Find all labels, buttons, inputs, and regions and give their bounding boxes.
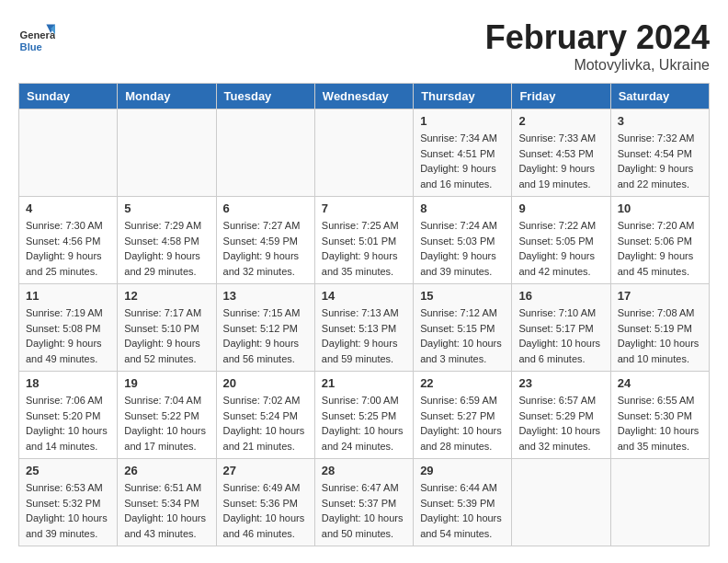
day-number: 20 bbox=[223, 376, 308, 390]
day-number: 4 bbox=[26, 201, 110, 215]
day-info: Sunrise: 6:59 AMSunset: 5:27 PMDaylight:… bbox=[420, 393, 505, 454]
logo: General Blue bbox=[18, 18, 57, 55]
calendar-header: SundayMondayTuesdayWednesdayThursdayFrid… bbox=[19, 84, 710, 109]
day-info: Sunrise: 7:27 AMSunset: 4:59 PMDaylight:… bbox=[223, 218, 308, 279]
calendar-cell: 14Sunrise: 7:13 AMSunset: 5:13 PMDayligh… bbox=[314, 284, 413, 372]
calendar-cell: 29Sunrise: 6:44 AMSunset: 5:39 PMDayligh… bbox=[414, 459, 512, 546]
header-row: SundayMondayTuesdayWednesdayThursdayFrid… bbox=[19, 84, 710, 109]
calendar-cell: 10Sunrise: 7:20 AMSunset: 5:06 PMDayligh… bbox=[610, 197, 709, 284]
week-row-3: 11Sunrise: 7:19 AMSunset: 5:08 PMDayligh… bbox=[19, 284, 710, 372]
calendar-cell: 5Sunrise: 7:29 AMSunset: 4:58 PMDaylight… bbox=[118, 197, 216, 284]
svg-text:Blue: Blue bbox=[20, 41, 42, 52]
day-number: 14 bbox=[322, 289, 406, 303]
calendar-cell: 25Sunrise: 6:53 AMSunset: 5:32 PMDayligh… bbox=[19, 459, 118, 546]
day-info: Sunrise: 7:20 AMSunset: 5:06 PMDaylight:… bbox=[618, 218, 702, 279]
day-number: 27 bbox=[223, 464, 308, 477]
svg-text:General: General bbox=[20, 29, 55, 40]
calendar-cell: 15Sunrise: 7:12 AMSunset: 5:15 PMDayligh… bbox=[414, 284, 512, 372]
calendar-cell bbox=[610, 459, 709, 546]
day-info: Sunrise: 7:06 AMSunset: 5:20 PMDaylight:… bbox=[26, 393, 110, 454]
day-info: Sunrise: 7:29 AMSunset: 4:58 PMDaylight:… bbox=[124, 218, 209, 279]
day-number: 11 bbox=[26, 289, 110, 303]
calendar-cell: 19Sunrise: 7:04 AMSunset: 5:22 PMDayligh… bbox=[118, 372, 216, 459]
weekday-header-tuesday: Tuesday bbox=[216, 84, 314, 109]
calendar-cell: 3Sunrise: 7:32 AMSunset: 4:54 PMDaylight… bbox=[610, 109, 709, 197]
day-number: 10 bbox=[618, 201, 702, 215]
day-info: Sunrise: 6:49 AMSunset: 5:36 PMDaylight:… bbox=[223, 480, 308, 541]
calendar-cell: 26Sunrise: 6:51 AMSunset: 5:34 PMDayligh… bbox=[118, 459, 216, 546]
day-number: 1 bbox=[420, 114, 505, 128]
calendar-cell: 24Sunrise: 6:55 AMSunset: 5:30 PMDayligh… bbox=[610, 372, 709, 459]
week-row-2: 4Sunrise: 7:30 AMSunset: 4:56 PMDaylight… bbox=[19, 197, 710, 284]
week-row-4: 18Sunrise: 7:06 AMSunset: 5:20 PMDayligh… bbox=[19, 372, 710, 459]
day-number: 18 bbox=[26, 376, 110, 390]
calendar-table: SundayMondayTuesdayWednesdayThursdayFrid… bbox=[18, 83, 710, 546]
day-info: Sunrise: 6:53 AMSunset: 5:32 PMDaylight:… bbox=[26, 480, 110, 541]
day-info: Sunrise: 7:00 AMSunset: 5:25 PMDaylight:… bbox=[322, 393, 406, 454]
calendar-cell: 6Sunrise: 7:27 AMSunset: 4:59 PMDaylight… bbox=[216, 197, 314, 284]
day-number: 21 bbox=[322, 376, 406, 390]
day-number: 6 bbox=[223, 201, 308, 215]
day-info: Sunrise: 7:15 AMSunset: 5:12 PMDaylight:… bbox=[223, 305, 308, 366]
day-number: 25 bbox=[26, 464, 110, 477]
calendar-cell: 2Sunrise: 7:33 AMSunset: 4:53 PMDaylight… bbox=[512, 109, 610, 197]
day-number: 3 bbox=[618, 114, 702, 128]
calendar-cell: 20Sunrise: 7:02 AMSunset: 5:24 PMDayligh… bbox=[216, 372, 314, 459]
day-number: 12 bbox=[124, 289, 209, 303]
day-number: 28 bbox=[322, 464, 406, 477]
day-info: Sunrise: 7:02 AMSunset: 5:24 PMDaylight:… bbox=[223, 393, 308, 454]
day-number: 19 bbox=[124, 376, 209, 390]
calendar-cell: 7Sunrise: 7:25 AMSunset: 5:01 PMDaylight… bbox=[314, 197, 413, 284]
day-number: 15 bbox=[420, 289, 505, 303]
day-info: Sunrise: 7:33 AMSunset: 4:53 PMDaylight:… bbox=[518, 131, 603, 191]
calendar-body: 1Sunrise: 7:34 AMSunset: 4:51 PMDaylight… bbox=[19, 109, 710, 546]
calendar-cell bbox=[512, 459, 610, 546]
day-number: 9 bbox=[518, 201, 603, 215]
day-info: Sunrise: 7:24 AMSunset: 5:03 PMDaylight:… bbox=[420, 218, 505, 279]
day-info: Sunrise: 7:22 AMSunset: 5:05 PMDaylight:… bbox=[518, 218, 603, 279]
calendar-cell bbox=[118, 109, 216, 197]
calendar-cell bbox=[19, 109, 118, 197]
weekday-header-monday: Monday bbox=[118, 84, 216, 109]
calendar-cell: 21Sunrise: 7:00 AMSunset: 5:25 PMDayligh… bbox=[314, 372, 413, 459]
day-info: Sunrise: 7:32 AMSunset: 4:54 PMDaylight:… bbox=[618, 131, 702, 191]
calendar-cell: 23Sunrise: 6:57 AMSunset: 5:29 PMDayligh… bbox=[512, 372, 610, 459]
day-number: 23 bbox=[518, 376, 603, 390]
calendar-cell: 12Sunrise: 7:17 AMSunset: 5:10 PMDayligh… bbox=[118, 284, 216, 372]
calendar-cell: 8Sunrise: 7:24 AMSunset: 5:03 PMDaylight… bbox=[414, 197, 512, 284]
month-year: February 2024 bbox=[485, 18, 710, 57]
weekday-header-friday: Friday bbox=[512, 84, 610, 109]
calendar-cell: 4Sunrise: 7:30 AMSunset: 4:56 PMDaylight… bbox=[19, 197, 118, 284]
day-info: Sunrise: 7:04 AMSunset: 5:22 PMDaylight:… bbox=[124, 393, 209, 454]
day-info: Sunrise: 6:44 AMSunset: 5:39 PMDaylight:… bbox=[420, 480, 505, 541]
day-info: Sunrise: 7:30 AMSunset: 4:56 PMDaylight:… bbox=[26, 218, 110, 279]
day-number: 8 bbox=[420, 201, 505, 215]
day-info: Sunrise: 7:25 AMSunset: 5:01 PMDaylight:… bbox=[322, 218, 406, 279]
day-number: 26 bbox=[124, 464, 209, 477]
day-number: 22 bbox=[420, 376, 505, 390]
calendar-cell: 18Sunrise: 7:06 AMSunset: 5:20 PMDayligh… bbox=[19, 372, 118, 459]
day-number: 13 bbox=[223, 289, 308, 303]
day-info: Sunrise: 7:19 AMSunset: 5:08 PMDaylight:… bbox=[26, 305, 110, 366]
calendar-cell bbox=[216, 109, 314, 197]
weekday-header-saturday: Saturday bbox=[610, 84, 709, 109]
day-number: 7 bbox=[322, 201, 406, 215]
day-info: Sunrise: 6:57 AMSunset: 5:29 PMDaylight:… bbox=[518, 393, 603, 454]
weekday-header-sunday: Sunday bbox=[19, 84, 118, 109]
calendar-cell: 16Sunrise: 7:10 AMSunset: 5:17 PMDayligh… bbox=[512, 284, 610, 372]
day-info: Sunrise: 6:55 AMSunset: 5:30 PMDaylight:… bbox=[618, 393, 702, 454]
weekday-header-thursday: Thursday bbox=[414, 84, 512, 109]
weekday-header-wednesday: Wednesday bbox=[314, 84, 413, 109]
day-info: Sunrise: 6:47 AMSunset: 5:37 PMDaylight:… bbox=[322, 480, 406, 541]
logo-icon: General Blue bbox=[18, 18, 55, 55]
day-number: 17 bbox=[618, 289, 702, 303]
day-info: Sunrise: 7:08 AMSunset: 5:19 PMDaylight:… bbox=[618, 305, 702, 366]
day-number: 2 bbox=[518, 114, 603, 128]
calendar-cell: 9Sunrise: 7:22 AMSunset: 5:05 PMDaylight… bbox=[512, 197, 610, 284]
day-number: 5 bbox=[124, 201, 209, 215]
week-row-5: 25Sunrise: 6:53 AMSunset: 5:32 PMDayligh… bbox=[19, 459, 710, 546]
week-row-1: 1Sunrise: 7:34 AMSunset: 4:51 PMDaylight… bbox=[19, 109, 710, 197]
title-section: February 2024 Motovylivka, Ukraine bbox=[485, 18, 710, 74]
calendar-cell bbox=[314, 109, 413, 197]
day-info: Sunrise: 7:10 AMSunset: 5:17 PMDaylight:… bbox=[518, 305, 603, 366]
